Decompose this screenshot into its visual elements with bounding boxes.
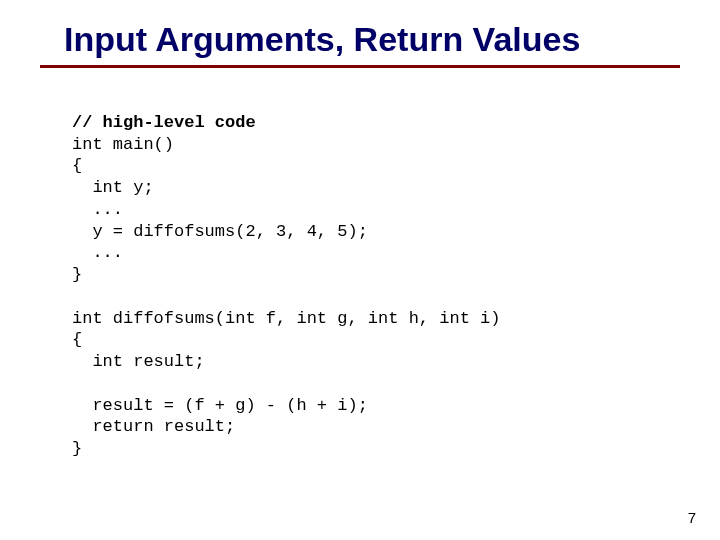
slide: Input Arguments, Return Values // high-l…: [0, 0, 720, 540]
code-line: return result;: [72, 417, 235, 436]
code-line: }: [72, 439, 82, 458]
code-line: {: [72, 156, 82, 175]
page-number: 7: [688, 509, 696, 526]
code-line: int main(): [72, 135, 174, 154]
code-block: // high-level code int main() { int y; .…: [72, 90, 680, 460]
code-line: int result;: [72, 352, 205, 371]
code-line: ...: [72, 243, 123, 262]
code-comment: // high-level code: [72, 113, 256, 132]
code-line: int diffofsums(int f, int g, int h, int …: [72, 309, 500, 328]
code-line: }: [72, 265, 82, 284]
code-line: {: [72, 330, 82, 349]
code-line: ...: [72, 200, 123, 219]
code-line: result = (f + g) - (h + i);: [72, 396, 368, 415]
slide-title: Input Arguments, Return Values: [64, 20, 680, 59]
code-line: int y;: [72, 178, 154, 197]
code-line: y = diffofsums(2, 3, 4, 5);: [72, 222, 368, 241]
title-divider: [40, 65, 680, 68]
